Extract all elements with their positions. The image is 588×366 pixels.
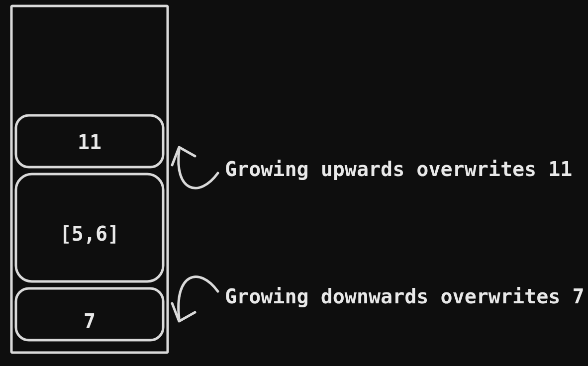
outer-container <box>11 6 168 353</box>
cell-top-label: 11 <box>78 131 101 154</box>
cell-middle-label: [5,6] <box>60 222 119 245</box>
memory-overwrite-diagram: 11 [5,6] 7 Growing upwards overwrites 11… <box>0 0 588 366</box>
arrow-upper <box>179 150 218 188</box>
arrow-lower-head <box>172 303 195 321</box>
arrow-lower <box>179 277 218 318</box>
cell-bottom-label: 7 <box>84 310 96 333</box>
arrow-upper-head <box>172 147 195 165</box>
annotation-lower: Growing downwards overwrites 7 <box>225 285 584 308</box>
annotation-upper: Growing upwards overwrites 11 <box>225 158 572 181</box>
